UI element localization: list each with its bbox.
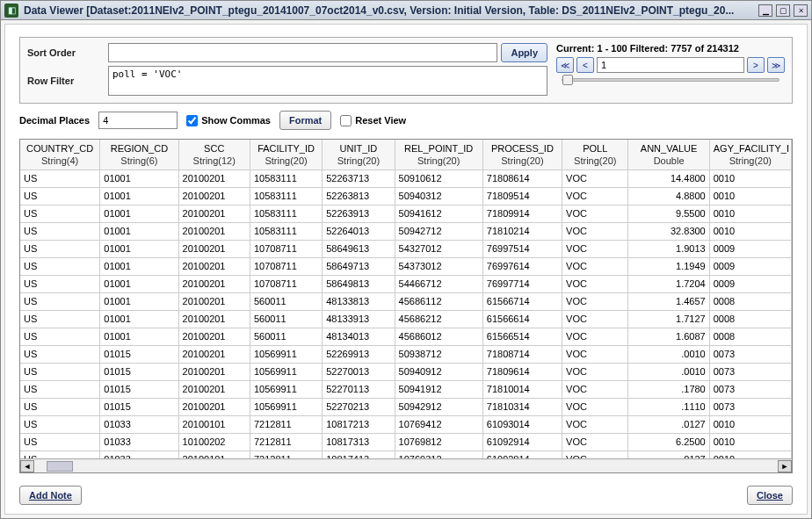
column-header[interactable]: UNIT_IDString(20) — [323, 140, 395, 169]
add-note-button[interactable]: Add Note — [19, 486, 82, 505]
table-cell: 560011 — [250, 311, 323, 328]
format-button[interactable]: Format — [279, 111, 331, 130]
table-cell: VOC — [562, 434, 628, 451]
column-header[interactable]: SCCString(12) — [179, 140, 250, 169]
table-row[interactable]: US01033101002027212811108173131076981261… — [20, 434, 792, 451]
sort-order-input[interactable] — [108, 43, 497, 62]
minimize-icon[interactable]: ▁ — [758, 4, 772, 17]
slider-thumb[interactable] — [562, 75, 573, 85]
table-cell: US — [20, 399, 100, 415]
close-button[interactable]: Close — [747, 486, 793, 505]
table-cell: 52270113 — [323, 381, 395, 398]
table-row[interactable]: US01001201002011058311152263813509403127… — [20, 188, 792, 205]
table-cell: 45686012 — [395, 328, 483, 345]
next-page-icon[interactable]: > — [747, 57, 765, 73]
table-row[interactable]: US01001201002011070871158649713543730127… — [20, 258, 792, 276]
table-cell: 10100202 — [179, 434, 250, 451]
apply-button[interactable]: Apply — [501, 43, 547, 62]
reset-view-box[interactable] — [340, 115, 352, 126]
table-row[interactable]: US01001201002011058311152263913509416127… — [20, 205, 792, 223]
table-cell: 71810214 — [483, 223, 562, 240]
table-cell: VOC — [562, 381, 628, 398]
table-cell: 560011 — [250, 328, 323, 345]
table-cell: 0073 — [710, 381, 792, 398]
table-row[interactable]: US01033201001017212811108174131076931261… — [20, 451, 792, 458]
table-cell: VOC — [562, 241, 628, 257]
table-cell: VOC — [562, 364, 628, 380]
table-cell: 71808614 — [483, 170, 562, 187]
scroll-thumb[interactable] — [47, 461, 73, 472]
table-row[interactable]: US01015201002011056991152269913509387127… — [20, 346, 792, 364]
first-page-icon[interactable]: ≪ — [556, 57, 574, 73]
table-cell: 48133813 — [323, 293, 395, 310]
prev-page-icon[interactable]: < — [576, 57, 594, 73]
table-cell: 1.4657 — [628, 293, 709, 310]
table-cell: 0010 — [710, 188, 792, 205]
table-cell: 71810314 — [483, 399, 562, 415]
table-cell: 50910612 — [395, 170, 483, 187]
column-header[interactable]: ANN_VALUEDouble — [628, 140, 709, 169]
row-filter-input[interactable] — [108, 66, 547, 96]
table-cell: 52263813 — [323, 188, 395, 205]
scroll-track[interactable] — [34, 460, 778, 472]
table-row[interactable]: US01033201001017212811108172131076941261… — [20, 416, 792, 434]
table-cell: 1.1949 — [628, 258, 709, 275]
hscrollbar[interactable]: ◄ ► — [20, 458, 792, 472]
column-header[interactable]: AGY_FACILITY_IString(20) — [710, 140, 792, 169]
table-cell: 61566714 — [483, 293, 562, 310]
table-row[interactable]: US01015201002011056991152270113509419127… — [20, 381, 792, 399]
table-cell: 01015 — [100, 381, 178, 398]
table-row[interactable]: US01001201002011070871158649813544667127… — [20, 276, 792, 293]
table-cell: 50940912 — [395, 364, 483, 380]
table-cell: 20100201 — [179, 311, 250, 328]
table-row[interactable]: US01001201002015600114813391345686212615… — [20, 311, 792, 328]
page-slider[interactable] — [556, 76, 785, 83]
table-row[interactable]: US01001201002015600114813401345686012615… — [20, 328, 792, 346]
last-page-icon[interactable]: ≫ — [767, 57, 785, 73]
column-header[interactable]: POLLString(20) — [562, 140, 628, 169]
table-cell: VOC — [562, 416, 628, 433]
table-row[interactable]: US01015201002011056991152270213509429127… — [20, 399, 792, 416]
maximize-icon[interactable]: ▢ — [776, 4, 790, 17]
table-cell: 01001 — [100, 328, 178, 345]
table-row[interactable]: US01001201002011058311152264013509427127… — [20, 223, 792, 241]
reset-view-checkbox[interactable]: Reset View — [340, 115, 406, 126]
table-row[interactable]: US01001201002011058311152263713509106127… — [20, 170, 792, 188]
table-row[interactable]: US01015201002011056991152270013509409127… — [20, 364, 792, 381]
table-cell: 50942912 — [395, 399, 483, 415]
decimal-places-input[interactable] — [98, 112, 178, 129]
column-header[interactable]: REGION_CDString(6) — [100, 140, 178, 169]
table-cell: 71809614 — [483, 364, 562, 380]
table-cell: 1.7127 — [628, 311, 709, 328]
titlebar: ◧ Data Viewer [Dataset:2011NEIv2_POINT_p… — [1, 1, 811, 20]
table-cell: VOC — [562, 311, 628, 328]
table-cell: VOC — [562, 399, 628, 415]
column-header[interactable]: PROCESS_IDString(20) — [483, 140, 562, 169]
table-cell: US — [20, 188, 100, 205]
table-cell: 20100201 — [179, 293, 250, 310]
table-cell: US — [20, 205, 100, 222]
table-cell: .0010 — [628, 346, 709, 363]
close-icon[interactable]: ⨉ — [794, 4, 808, 17]
table-cell: US — [20, 434, 100, 451]
scroll-right-icon[interactable]: ► — [778, 460, 792, 472]
show-commas-box[interactable] — [186, 115, 198, 126]
column-header[interactable]: COUNTRY_CDString(4) — [20, 140, 100, 169]
page-input[interactable] — [597, 57, 744, 73]
table-cell: 10569911 — [250, 399, 323, 415]
table-row[interactable]: US01001201002015600114813381345686112615… — [20, 293, 792, 311]
table-cell: 50942712 — [395, 223, 483, 240]
table-cell: 52263913 — [323, 205, 395, 222]
table-cell: US — [20, 241, 100, 257]
table-cell: 0010 — [710, 434, 792, 451]
table-cell: 48133913 — [323, 311, 395, 328]
show-commas-checkbox[interactable]: Show Commas — [186, 115, 271, 126]
column-header[interactable]: FACILITY_IDString(20) — [250, 140, 323, 169]
filter-inputs: Sort Order Apply Row Filter — [27, 43, 547, 96]
column-header[interactable]: REL_POINT_IDString(20) — [395, 140, 483, 169]
table-cell: 10583111 — [250, 223, 323, 240]
table-row[interactable]: US01001201002011070871158649613543270127… — [20, 241, 792, 258]
scroll-left-icon[interactable]: ◄ — [20, 460, 34, 472]
table-header: COUNTRY_CDString(4)REGION_CDString(6)SCC… — [20, 140, 792, 170]
table-cell: 20100201 — [179, 364, 250, 380]
